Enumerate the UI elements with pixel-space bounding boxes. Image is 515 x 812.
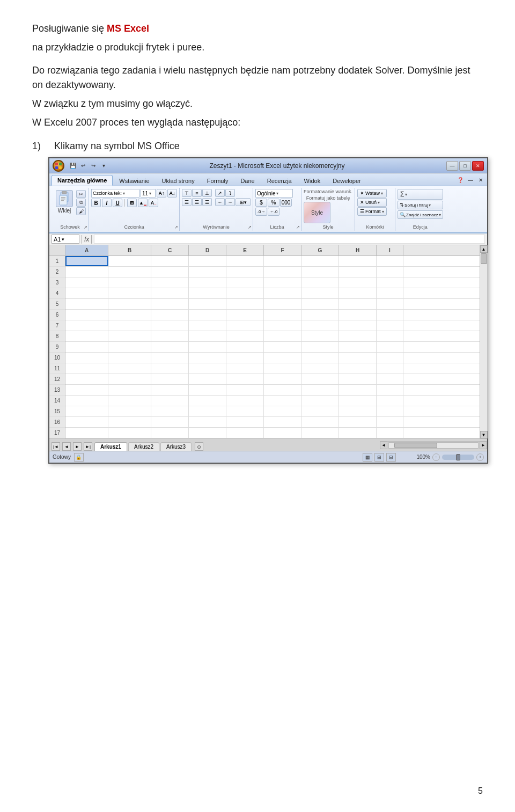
bold-button[interactable]: B bbox=[91, 199, 101, 207]
cell-f15[interactable] bbox=[264, 406, 301, 416]
col-header-a[interactable]: A bbox=[65, 245, 108, 255]
col-header-i[interactable]: I bbox=[377, 245, 403, 255]
cell-c17[interactable] bbox=[151, 428, 189, 438]
cell-a3[interactable] bbox=[65, 277, 108, 288]
col-header-h[interactable]: H bbox=[339, 245, 377, 255]
cell-i12[interactable] bbox=[377, 374, 403, 384]
cell-b13[interactable] bbox=[108, 385, 151, 395]
cell-d1[interactable] bbox=[189, 256, 226, 266]
undo-quick-btn[interactable]: ↩ bbox=[79, 162, 87, 170]
cell-i8[interactable] bbox=[377, 331, 403, 341]
cell-h3[interactable] bbox=[339, 277, 377, 288]
cell-c13[interactable] bbox=[151, 385, 189, 395]
paste-button[interactable]: Wklej bbox=[54, 189, 75, 215]
cell-b8[interactable] bbox=[108, 331, 151, 341]
cut-button[interactable]: ✂ bbox=[76, 190, 86, 198]
cell-h11[interactable] bbox=[339, 363, 377, 374]
conditional-format-btn[interactable]: Formatowanie warunk. bbox=[304, 189, 352, 194]
ribbon-close-btn[interactable]: ✕ bbox=[476, 175, 485, 184]
zoom-out-btn[interactable]: − bbox=[432, 453, 440, 461]
cell-a5[interactable] bbox=[65, 299, 108, 309]
cell-a10[interactable] bbox=[65, 353, 108, 363]
cell-a2[interactable] bbox=[65, 267, 108, 277]
align-bottom-btn[interactable]: ⊥ bbox=[202, 189, 212, 197]
col-header-d[interactable]: D bbox=[189, 245, 226, 255]
cell-e3[interactable] bbox=[226, 277, 264, 288]
cell-h1[interactable] bbox=[339, 256, 377, 266]
cell-i15[interactable] bbox=[377, 406, 403, 416]
sheet-tab-arkusz3[interactable]: Arkusz3 bbox=[160, 442, 192, 451]
cell-i7[interactable] bbox=[377, 320, 403, 331]
restore-button[interactable]: □ bbox=[459, 161, 471, 171]
cell-e5[interactable] bbox=[226, 299, 264, 309]
align-middle-btn[interactable]: ≡ bbox=[192, 189, 202, 197]
cell-f6[interactable] bbox=[264, 310, 301, 320]
cell-g14[interactable] bbox=[301, 396, 339, 406]
wrap-text-btn[interactable]: ⤵ bbox=[225, 189, 235, 197]
cell-b17[interactable] bbox=[108, 428, 151, 438]
cell-g7[interactable] bbox=[301, 320, 339, 331]
sort-filter-btn[interactable]: ⇅ Sortuj i filtruj ▾ bbox=[398, 201, 443, 209]
cell-styles-btn[interactable]: Style bbox=[304, 202, 330, 223]
cell-h5[interactable] bbox=[339, 299, 377, 309]
cell-a16[interactable] bbox=[65, 417, 108, 427]
liczba-expand-icon[interactable]: ↗ bbox=[296, 225, 300, 230]
czcionka-expand-icon[interactable]: ↗ bbox=[174, 225, 178, 230]
cell-g4[interactable] bbox=[301, 288, 339, 298]
cell-c12[interactable] bbox=[151, 374, 189, 384]
cell-c10[interactable] bbox=[151, 353, 189, 363]
cell-i13[interactable] bbox=[377, 385, 403, 395]
cell-h10[interactable] bbox=[339, 353, 377, 363]
vertical-scrollbar[interactable]: ▲ ▼ bbox=[480, 245, 487, 438]
cell-f12[interactable] bbox=[264, 374, 301, 384]
cell-a13[interactable] bbox=[65, 385, 108, 395]
decrease-font-btn[interactable]: A↓ bbox=[167, 189, 177, 197]
cell-a14[interactable] bbox=[65, 396, 108, 406]
cell-d6[interactable] bbox=[189, 310, 226, 320]
ribbon-help-btn[interactable]: ❓ bbox=[456, 175, 465, 184]
cell-b15[interactable] bbox=[108, 406, 151, 416]
format-as-table-btn[interactable]: Formatuj jako tabelę bbox=[304, 195, 352, 201]
cell-a12[interactable] bbox=[65, 374, 108, 384]
find-select-btn[interactable]: 🔍 Znajdź i zaznacz ▾ bbox=[398, 210, 443, 219]
underline-button[interactable]: U bbox=[113, 199, 122, 207]
cell-e14[interactable] bbox=[226, 396, 264, 406]
cell-d17[interactable] bbox=[189, 428, 226, 438]
cell-h7[interactable] bbox=[339, 320, 377, 331]
cell-h4[interactable] bbox=[339, 288, 377, 298]
percent-btn[interactable]: % bbox=[268, 199, 279, 207]
cell-f17[interactable] bbox=[264, 428, 301, 438]
scroll-down-btn[interactable]: ▼ bbox=[480, 431, 488, 438]
cell-d7[interactable] bbox=[189, 320, 226, 331]
ribbon-minimize-btn[interactable]: — bbox=[466, 175, 475, 184]
cell-e4[interactable] bbox=[226, 288, 264, 298]
col-header-g[interactable]: G bbox=[301, 245, 339, 255]
cell-e1[interactable] bbox=[226, 256, 264, 266]
add-sheet-btn[interactable]: ☺ bbox=[195, 442, 203, 451]
delete-btn[interactable]: ✕ Usuń ▾ bbox=[357, 198, 387, 207]
cell-h6[interactable] bbox=[339, 310, 377, 320]
cell-b14[interactable] bbox=[108, 396, 151, 406]
sheet-last-btn[interactable]: ►| bbox=[84, 442, 92, 451]
cell-b7[interactable] bbox=[108, 320, 151, 331]
cell-a9[interactable] bbox=[65, 342, 108, 352]
cell-c14[interactable] bbox=[151, 396, 189, 406]
cell-f3[interactable] bbox=[264, 277, 301, 288]
cell-f10[interactable] bbox=[264, 353, 301, 363]
tab-recenzja[interactable]: Recenzja bbox=[261, 175, 298, 186]
cell-f8[interactable] bbox=[264, 331, 301, 341]
cell-c11[interactable] bbox=[151, 363, 189, 374]
cell-g9[interactable] bbox=[301, 342, 339, 352]
cell-d11[interactable] bbox=[189, 363, 226, 374]
cell-f14[interactable] bbox=[264, 396, 301, 406]
cell-a4[interactable] bbox=[65, 288, 108, 298]
sheet-next-btn[interactable]: ► bbox=[73, 442, 82, 451]
h-scroll-right-btn[interactable]: ► bbox=[480, 442, 487, 449]
cell-f5[interactable] bbox=[264, 299, 301, 309]
sheet-prev-btn[interactable]: ◄ bbox=[62, 442, 71, 451]
h-scroll-thumb[interactable] bbox=[394, 443, 437, 448]
decrease-indent-btn[interactable]: ← bbox=[215, 198, 225, 206]
redo-quick-btn[interactable]: ↪ bbox=[89, 162, 98, 170]
font-color-button[interactable]: A_ bbox=[149, 199, 158, 207]
scroll-up-btn[interactable]: ▲ bbox=[480, 245, 488, 253]
